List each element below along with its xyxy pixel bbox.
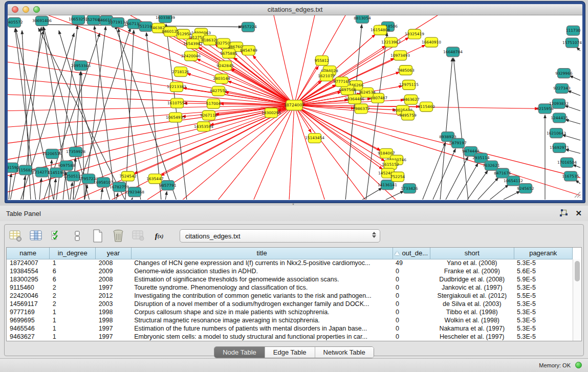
table-cell[interactable]: Tibbo et al. (1998) xyxy=(430,308,514,316)
graph-edge[interactable] xyxy=(165,191,167,200)
splitter-handle[interactable]: ▾ xyxy=(290,203,297,205)
table-cell[interactable]: 1997 xyxy=(96,324,131,333)
graph-edge[interactable] xyxy=(101,188,102,200)
graph-edge[interactable] xyxy=(54,179,56,200)
table-cell[interactable]: 5.3E-5 xyxy=(514,283,572,292)
table-cell[interactable]: 6 xyxy=(50,275,96,283)
graph-node[interactable]: 16107553 xyxy=(167,98,187,108)
table-cell[interactable]: Disruption of a novel member of a sodium… xyxy=(131,300,393,308)
column-header-short[interactable]: short xyxy=(430,248,514,259)
tab-network-table[interactable]: Network Table xyxy=(315,347,374,358)
table-cell[interactable]: 19384554 xyxy=(7,267,50,275)
graph-edge[interactable] xyxy=(489,185,509,200)
graph-node[interactable]: 7986372 xyxy=(353,104,369,114)
table-cell[interactable]: 18300295 xyxy=(7,275,50,283)
graph-node[interactable]: 9463627 xyxy=(402,95,420,104)
graph-edge[interactable] xyxy=(570,76,580,80)
graph-node[interactable]: 30691406 xyxy=(32,16,52,26)
graph-node[interactable]: 10654935 xyxy=(166,113,185,122)
table-cell[interactable]: 5.3E-5 xyxy=(514,333,572,341)
table-cell[interactable]: Nakamura et al. (1997) xyxy=(430,324,514,333)
graph-edge[interactable] xyxy=(39,178,41,200)
column-header-title[interactable]: title xyxy=(131,248,393,259)
table-row[interactable]: 1456911722003Disruption of a novel membe… xyxy=(7,300,573,308)
graph-node[interactable]: 2803144 xyxy=(213,74,230,84)
table-cell[interactable]: Corpus callosum shape and size in male p… xyxy=(131,308,393,316)
graph-edge[interactable] xyxy=(289,105,294,200)
graph-node[interactable]: 9777169 xyxy=(333,77,351,86)
graph-node[interactable]: 9329966 xyxy=(555,69,573,78)
graph-edge[interactable] xyxy=(8,105,294,176)
table-cell[interactable]: 6 xyxy=(50,267,96,275)
table-cell[interactable]: Yano et al. (2008) xyxy=(430,259,514,267)
table-cell[interactable]: 1997 xyxy=(96,333,131,341)
graph-node[interactable]: 2405572 xyxy=(8,17,23,27)
graph-edge[interactable] xyxy=(573,165,580,168)
table-selector-dropdown[interactable]: citations_edges.txt xyxy=(180,229,380,243)
graph-edge[interactable] xyxy=(294,15,315,105)
table-cell[interactable]: 2008 xyxy=(96,259,131,267)
table-cell[interactable]: 9465546 xyxy=(7,324,50,333)
table-cell[interactable]: de Silva et al. (2003) xyxy=(430,300,514,308)
table-cell[interactable]: 1 xyxy=(50,333,96,341)
tab-node-table[interactable]: Node Table xyxy=(214,347,265,358)
scrollbar-thumb[interactable] xyxy=(575,261,580,281)
table-cell[interactable]: 5.9E-5 xyxy=(514,275,572,283)
table-cell[interactable]: 18724007 xyxy=(7,259,50,267)
table-cell[interactable]: 2 xyxy=(50,300,96,308)
window-titlebar[interactable]: citations_edges.txt xyxy=(8,4,582,15)
table-cell[interactable]: Changes of HCN gene expression and I(f) … xyxy=(131,259,393,267)
table-row[interactable]: 977716911998Corpus callosum shape and si… xyxy=(7,308,573,316)
table-cell[interactable]: 2009 xyxy=(96,267,131,275)
graph-node[interactable]: 517004 xyxy=(206,99,221,108)
table-cell[interactable]: 5.3E-5 xyxy=(514,316,572,324)
table-cell[interactable]: 0 xyxy=(393,316,430,324)
table-cell[interactable]: Stergiakouli et al. (2012) xyxy=(430,292,514,300)
graph-node[interactable]: 16648784 xyxy=(443,47,463,57)
table-cell[interactable]: 1 xyxy=(50,324,96,333)
graph-edge[interactable] xyxy=(294,105,580,178)
table-cell[interactable]: 1997 xyxy=(96,283,131,292)
table-row[interactable]: 1872400712008Changes of HCN gene express… xyxy=(7,259,573,267)
delete-columns-button[interactable] xyxy=(111,229,125,243)
graph-edge[interactable] xyxy=(562,135,580,140)
graph-edge[interactable] xyxy=(294,105,385,161)
table-cell[interactable]: Embryonic stem cells: a model to study s… xyxy=(131,333,393,341)
vertical-scrollbar[interactable] xyxy=(573,259,581,341)
row-height-button[interactable] xyxy=(70,229,84,243)
table-cell[interactable]: 9699695 xyxy=(7,316,50,324)
graph-node[interactable]: 7485063 xyxy=(397,65,415,75)
table-cell[interactable]: Estimation of significance thresholds fo… xyxy=(131,275,393,283)
graph-edge[interactable] xyxy=(253,105,294,200)
graph-edge[interactable] xyxy=(440,58,452,200)
graph-node[interactable]: 1621072 xyxy=(318,72,335,81)
graph-node[interactable]: 18724007 xyxy=(284,100,305,111)
graph-node[interactable]: 9115460 xyxy=(418,102,435,112)
table-cell[interactable]: 49 xyxy=(393,259,430,267)
graph-edge[interactable] xyxy=(9,173,11,200)
table-cell[interactable]: 9777169 xyxy=(7,308,50,316)
graph-node[interactable]: 955812 xyxy=(315,56,330,65)
table-cell[interactable]: Franke et al. (2009) xyxy=(430,267,514,275)
graph-edge[interactable] xyxy=(70,182,73,200)
graph-node[interactable]: 1167535 xyxy=(562,171,579,181)
float-window-icon[interactable] xyxy=(559,209,568,217)
table-cell[interactable]: 5.3E-5 xyxy=(514,308,572,316)
graph-node[interactable]: 7524542 xyxy=(119,171,136,181)
graph-node[interactable]: 16033839 xyxy=(156,15,175,23)
graph-edge[interactable] xyxy=(197,59,294,105)
graph-edge[interactable] xyxy=(422,142,446,200)
column-header-out-de---[interactable]: out_de... xyxy=(393,248,430,259)
graph-node[interactable]: 9227343 xyxy=(553,83,571,93)
tab-edge-table[interactable]: Edge Table xyxy=(265,347,315,358)
graph-node[interactable]: 13325419 xyxy=(405,29,424,39)
table-cell[interactable]: 2012 xyxy=(96,292,131,300)
select-all-columns-button[interactable] xyxy=(50,229,64,243)
graph-node[interactable]: 12213967 xyxy=(381,37,401,47)
graph-edge[interactable] xyxy=(445,157,468,200)
graph-edge[interactable] xyxy=(568,91,580,96)
table-cell[interactable]: 1 xyxy=(50,316,96,324)
table-row[interactable]: 969969511998Structural magnetic resonanc… xyxy=(7,316,573,324)
network-canvas[interactable]: 2405572306914061065325715276026466162107… xyxy=(8,15,582,200)
graph-node[interactable]: 12975115 xyxy=(399,80,419,90)
